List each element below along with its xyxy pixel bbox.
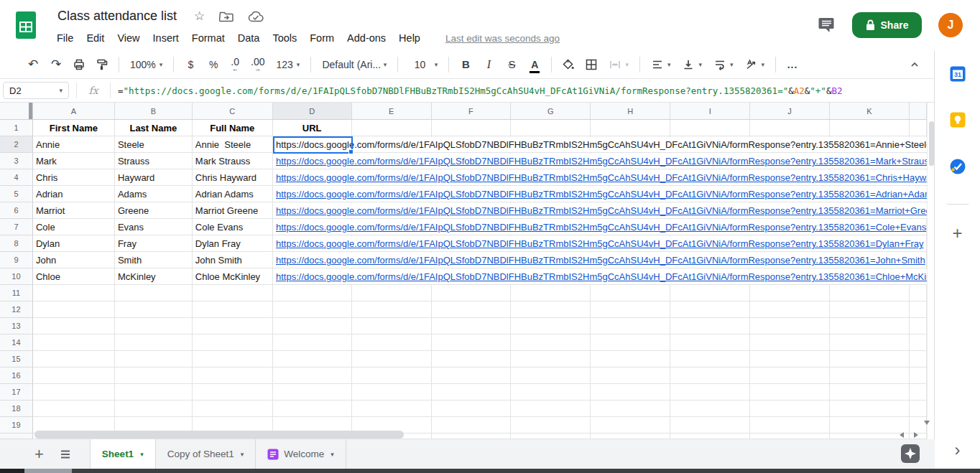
- doc-title[interactable]: Class attendance list: [55, 7, 180, 25]
- cell[interactable]: [193, 351, 273, 367]
- cell[interactable]: [33, 401, 115, 417]
- redo-button[interactable]: ↷: [47, 55, 65, 74]
- cell[interactable]: [591, 401, 670, 417]
- cell[interactable]: [591, 434, 670, 439]
- cell[interactable]: [591, 384, 670, 401]
- cell[interactable]: [910, 285, 927, 301]
- font-family-select[interactable]: Default (Ari... ▾: [318, 55, 391, 74]
- menu-view[interactable]: View: [111, 30, 146, 46]
- cell[interactable]: [193, 301, 273, 318]
- text-wrap-button[interactable]: ▾: [709, 55, 738, 74]
- cell[interactable]: Dylan Fray: [193, 235, 273, 252]
- row-header-11[interactable]: 11: [0, 285, 33, 301]
- cell[interactable]: [910, 367, 927, 384]
- cell[interactable]: [910, 301, 927, 318]
- add-sheet-button[interactable]: +: [34, 446, 44, 462]
- fill-handle[interactable]: [348, 149, 353, 154]
- cell[interactable]: [750, 351, 830, 367]
- cell[interactable]: [115, 285, 193, 301]
- cell[interactable]: Dylan: [33, 235, 115, 252]
- cell[interactable]: [193, 318, 273, 334]
- cell[interactable]: [193, 401, 273, 417]
- cell[interactable]: [670, 401, 750, 417]
- cell[interactable]: Marriot Greene: [193, 202, 273, 219]
- cell[interactable]: [352, 301, 432, 318]
- cell[interactable]: [432, 351, 512, 367]
- cell[interactable]: [432, 301, 512, 318]
- row-header-8[interactable]: 8: [0, 235, 33, 252]
- url-cell-text[interactable]: https://docs.google.com/forms/d/e/1FAIpQ…: [276, 236, 924, 251]
- url-cell-text[interactable]: https://docs.google.com/forms/d/e/1FAIpQ…: [276, 203, 927, 218]
- url-cell-text[interactable]: https://docs.google.com/forms/d/e/1FAIpQ…: [276, 137, 927, 152]
- select-all-corner[interactable]: [0, 103, 33, 120]
- cell[interactable]: [670, 351, 750, 367]
- share-button[interactable]: Share: [852, 12, 922, 38]
- row-header-18[interactable]: 18: [0, 401, 33, 417]
- menu-data[interactable]: Data: [231, 30, 267, 46]
- cell[interactable]: [830, 434, 910, 439]
- cell[interactable]: [591, 120, 670, 136]
- row-header-13[interactable]: 13: [0, 318, 33, 334]
- tasks-icon[interactable]: [949, 158, 966, 175]
- percent-format-button[interactable]: %: [204, 55, 223, 74]
- cell[interactable]: [33, 285, 115, 301]
- cell[interactable]: [511, 285, 591, 301]
- cell[interactable]: Last Name: [115, 120, 193, 136]
- vertical-scrollbar[interactable]: [927, 103, 934, 439]
- horizontal-scrollbar-thumb[interactable]: [34, 431, 404, 439]
- menu-file[interactable]: File: [50, 30, 80, 46]
- cell[interactable]: [591, 367, 670, 384]
- cell[interactable]: [591, 318, 670, 334]
- cell[interactable]: [273, 285, 352, 301]
- cell[interactable]: [33, 301, 115, 318]
- fill-color-button[interactable]: [559, 55, 578, 74]
- cell[interactable]: Marriot: [33, 202, 115, 219]
- row-header-9[interactable]: 9: [0, 252, 33, 268]
- cell[interactable]: [830, 285, 910, 301]
- cell[interactable]: [193, 367, 273, 384]
- cell[interactable]: Cole Evans: [193, 219, 273, 235]
- row-header-7[interactable]: 7: [0, 219, 33, 235]
- cell[interactable]: [33, 351, 115, 367]
- cell[interactable]: Greene: [115, 202, 193, 219]
- cell[interactable]: [273, 401, 352, 417]
- font-size-select[interactable]: 10 ▾: [405, 55, 442, 74]
- cell[interactable]: URL: [273, 120, 352, 136]
- row-header-20[interactable]: [0, 434, 33, 439]
- cell[interactable]: [591, 285, 670, 301]
- scroll-right-button[interactable]: [914, 432, 918, 438]
- cell[interactable]: [750, 401, 830, 417]
- cell[interactable]: Evans: [115, 219, 193, 235]
- cell[interactable]: Full Name: [193, 120, 273, 136]
- cell[interactable]: [273, 301, 352, 318]
- cell[interactable]: [670, 301, 750, 318]
- cell[interactable]: [273, 367, 352, 384]
- cell[interactable]: [432, 367, 512, 384]
- cell[interactable]: Annie: [33, 136, 115, 153]
- cell[interactable]: [910, 417, 927, 434]
- cell[interactable]: [830, 334, 910, 351]
- cell[interactable]: [115, 351, 193, 367]
- cell[interactable]: [33, 367, 115, 384]
- more-toolbar-button[interactable]: ...: [783, 55, 802, 74]
- last-edit-status[interactable]: Last edit was seconds ago: [445, 33, 560, 44]
- cell[interactable]: [591, 351, 670, 367]
- cell[interactable]: [273, 334, 352, 351]
- row-header-5[interactable]: 5: [0, 186, 33, 202]
- cell[interactable]: [511, 351, 591, 367]
- cell[interactable]: [910, 401, 927, 417]
- horizontal-align-button[interactable]: ▾: [647, 55, 675, 74]
- cell[interactable]: Chris Hayward: [193, 169, 273, 186]
- cell[interactable]: [352, 120, 432, 136]
- cell[interactable]: [511, 384, 591, 401]
- column-header-e[interactable]: E: [352, 103, 432, 120]
- cell[interactable]: Adams: [115, 186, 193, 202]
- row-header-6[interactable]: 6: [0, 202, 33, 219]
- cell[interactable]: [432, 434, 512, 439]
- cell[interactable]: [670, 434, 750, 439]
- cell[interactable]: [670, 285, 750, 301]
- zoom-control[interactable]: 100% ▾: [126, 55, 167, 74]
- cell[interactable]: [511, 120, 591, 136]
- cell[interactable]: [33, 384, 115, 401]
- cell[interactable]: [830, 401, 910, 417]
